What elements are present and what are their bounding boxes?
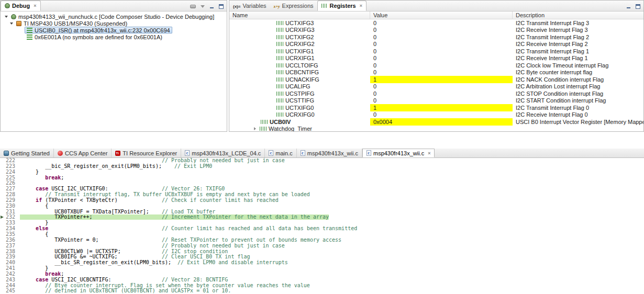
marker-column — [0, 164, 5, 169]
getting-started-icon — [4, 151, 9, 156]
editor-tab-ti-resource-explorer[interactable]: TI Resource Explorer — [112, 149, 181, 157]
toolbar-minimize-icon[interactable] — [209, 3, 214, 9]
debug-tree: msp430fr4133_wii_nunchuck.c [Code Compos… — [1, 12, 227, 40]
code-line[interactable]: 230 { — [0, 203, 644, 209]
editor-tab-getting-started[interactable]: Getting Started — [0, 149, 54, 157]
code-text: UCB0CTLW0 |= UCTXSTP; // I2C stop condit… — [20, 249, 644, 255]
code-line[interactable]: 235 { — [0, 232, 644, 238]
expanded-arrow-icon[interactable] — [9, 22, 14, 25]
current-line-highlight: TXPointer++; // Increment TXPointer for … — [20, 214, 329, 220]
register-description-cell: I2C Arbitration Lost interrupt Flag — [513, 83, 643, 91]
register-row[interactable]: UCTXIFG20I2C Transmit Interrupt Flag 2 — [229, 33, 643, 41]
toolbar-maximize-icon[interactable] — [219, 3, 224, 9]
editor-tab-msp430fr413x-lcde-04-c[interactable]: msp430fr413x_LCDE_04.c — [181, 149, 265, 157]
close-icon[interactable]: × — [360, 3, 362, 8]
register-row[interactable]: Watchdog_Timer — [229, 126, 643, 132]
register-icon — [276, 63, 283, 67]
code-line[interactable]: 231 UCB0TXBUF = TXData[TXPointer]; // Lo… — [0, 209, 644, 215]
code-text: break; — [20, 175, 644, 181]
column-header-value[interactable]: Value — [370, 12, 513, 19]
code-line[interactable]: 222 // Probably not needed but just in c… — [0, 158, 644, 164]
register-row[interactable]: UCALIFG0I2C Arbitration Lost interrupt F… — [229, 83, 643, 91]
register-name-cell: UCTXIFG0 — [229, 104, 370, 111]
register-row[interactable]: UCTXIFG01I2C Transmit Interrupt Flag 0 — [229, 104, 643, 111]
code-line[interactable]: 244 // Btye counter interrupt. Flag is s… — [0, 283, 644, 289]
code-line[interactable]: 242 break; — [0, 272, 644, 277]
debug-tree-row[interactable]: 0x6E001A (no symbols are defined for 0x6… — [1, 33, 227, 40]
maximize-icon — [219, 4, 224, 9]
code-line[interactable]: 236 TXPointer = 0; // Reset TXPointer to… — [0, 238, 644, 243]
register-row[interactable]: UCRXIFG10I2C Receive Interrupt Flag 1 — [229, 55, 643, 62]
registers-table-body: UCTXIFG30I2C Transmit Interrupt Flag 3UC… — [229, 19, 643, 132]
code-line[interactable]: 228 // Transmit interrupt flag, TX buffe… — [0, 192, 644, 198]
editor-tab-msp430fr413x-wii-c[interactable]: msp430fr413x_wii.c× — [362, 149, 435, 157]
collapsed-arrow-icon[interactable] — [252, 127, 258, 130]
code-text: UCB0TXBUF = TXData[TXPointer]; // Load T… — [20, 209, 644, 215]
corner-maximize-icon[interactable] — [636, 3, 640, 9]
register-row[interactable]: UCRXIFG30I2C Receive Interrupt Flag 3 — [229, 27, 643, 34]
code-line[interactable]: 239 UCB0IFG &= ~UCTXIFG; // Clear USCI_B… — [0, 254, 644, 260]
toolbar-disconnect-icon[interactable] — [190, 3, 196, 9]
column-header-description[interactable]: Description — [513, 12, 643, 19]
debug-tree-row-label: TI MSP430 USB1/MSP430 (Suspended) — [24, 20, 127, 27]
marker-column — [0, 272, 5, 277]
register-row[interactable]: UCBCNTIFG0I2C Byte counter interrupt fla… — [229, 69, 643, 76]
register-row[interactable]: UCRXIFG20I2C Receive Interrupt Flag 2 — [229, 41, 643, 48]
code-line[interactable]: 241 } — [0, 266, 644, 272]
register-row[interactable]: UCB0IV0x0004USCI B0 Interrupt Vector Reg… — [229, 118, 643, 126]
register-row[interactable]: UCTXIFG30I2C Transmit Interrupt Flag 3 — [229, 19, 643, 27]
register-value-cell: 0 — [370, 41, 513, 48]
sash-divider[interactable] — [0, 132, 644, 149]
toolbar-view-menu-icon[interactable] — [201, 3, 205, 9]
register-row[interactable]: UCRXIFG00I2C Receive Interrupt Flag 0 — [229, 111, 643, 119]
code-line[interactable]: 243 case USCI_I2C_UCBCNTIFG: // Vector 2… — [0, 277, 644, 283]
register-value-cell: 0 — [370, 19, 513, 27]
editor-tab-main-c[interactable]: main.c — [265, 149, 296, 157]
debug-tree-row[interactable]: TI MSP430 USB1/MSP430 (Suspended) — [1, 20, 227, 27]
register-value-cell: 0 — [370, 83, 513, 91]
register-name-cell: UCALIFG — [229, 83, 370, 91]
code-line[interactable]: 227 case USCI_I2C_UCTXIFG0: // Vector 26… — [0, 186, 644, 192]
expanded-arrow-icon[interactable] — [4, 16, 9, 18]
editor-tab-msp430fr413x-wii-c[interactable]: msp430fr413x_wii.c — [297, 149, 362, 157]
register-name-cell: UCRXIFG3 — [229, 27, 370, 34]
column-header-name[interactable]: Name — [229, 12, 370, 19]
code-line[interactable]: 224 } — [0, 169, 644, 175]
register-row[interactable]: UCSTTIFG0I2C START Condition interrupt F… — [229, 97, 643, 105]
code-line[interactable]: 223 __bic_SR_register_on_exit(LPM0_bits)… — [0, 164, 644, 169]
tab-debug[interactable]: Debug × — [1, 1, 41, 11]
code-line[interactable]: 237 // Probably not needed but just in c… — [0, 243, 644, 249]
code-line[interactable]: 226 — [0, 180, 644, 186]
register-row[interactable]: UCTXIFG10I2C Transmit Interrupt Flag 1 — [229, 48, 643, 55]
tab-expressions[interactable]: Expressions — [270, 1, 317, 11]
tab-registers[interactable]: Registers× — [317, 1, 367, 11]
c-file-icon — [269, 150, 273, 156]
debug-tree-row[interactable]: msp430fr4133_wii_nunchuck.c [Code Compos… — [1, 13, 227, 20]
code-line[interactable]: 232 TXPointer++; // Increment TXPointer … — [0, 214, 644, 220]
debug-tree-row[interactable]: USCIB0_ISR() at msp430fr413x_wii.c:232 0… — [1, 27, 227, 33]
close-icon[interactable]: × — [34, 3, 36, 8]
code-line[interactable]: 233 } — [0, 220, 644, 226]
code-line[interactable]: 225 break; — [0, 175, 644, 181]
code-line[interactable]: 234 else // Counter limit has reached an… — [0, 226, 644, 232]
corner-minimize-icon[interactable] — [626, 3, 631, 9]
code-line[interactable]: 238 UCB0CTLW0 |= UCTXSTP; // I2C stop co… — [0, 249, 644, 255]
register-description-cell: I2C Clock low Timeout interrupt Flag — [513, 62, 643, 69]
close-icon[interactable]: × — [428, 151, 430, 156]
register-description-cell: I2C Transmit Interrupt Flag 0 — [513, 104, 643, 111]
register-value-cell — [370, 126, 513, 132]
code-line[interactable]: 229 if (TXPointer < TXByteCtr) // Check … — [0, 198, 644, 203]
register-row[interactable]: UCSTPIFG0I2C STOP Condition interrupt Fl… — [229, 90, 643, 97]
register-description-cell: I2C Receive Interrupt Flag 0 — [513, 111, 643, 119]
minimize-icon — [626, 4, 631, 9]
code-editor: 222 // Probably not needed but just in c… — [0, 158, 644, 294]
register-row[interactable]: UCCLTOIFG0I2C Clock low Timeout interrup… — [229, 62, 643, 69]
app-center-icon — [58, 151, 63, 156]
code-line[interactable]: 240 __bic_SR_register_on_exit(LPM0_bits)… — [0, 260, 644, 266]
register-row[interactable]: UCNACKIFG1I2C NACK Condition interrupt F… — [229, 76, 643, 83]
tab-variables[interactable]: Variables — [229, 1, 270, 11]
debug-tree-row-box: msp430fr4133_wii_nunchuck.c [Code Compos… — [9, 13, 216, 20]
code-line[interactable]: 245 // defined in UCBxTBCNT (UCB0TBCNT) … — [0, 288, 644, 294]
ccs-debug-session-icon — [11, 14, 16, 19]
editor-tab-ccs-app-center[interactable]: CCS App Center — [54, 149, 112, 157]
